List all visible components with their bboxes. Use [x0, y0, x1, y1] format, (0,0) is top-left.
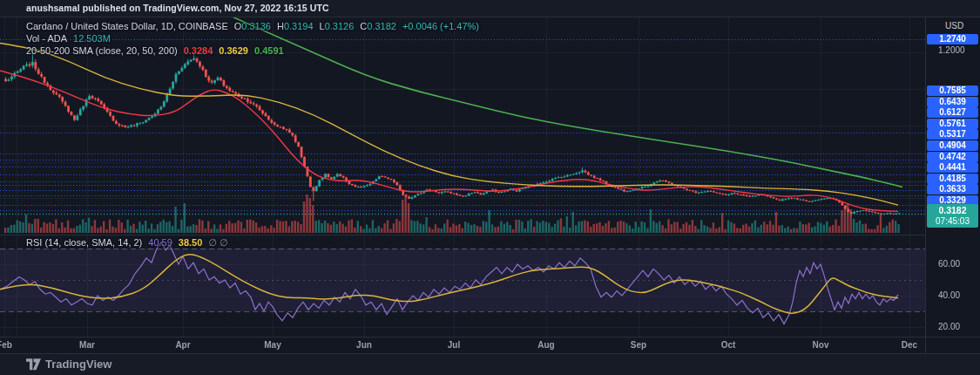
rsi-value: 40.59	[148, 237, 172, 248]
time-axis-border	[0, 337, 980, 338]
current-price-value: 0.3182	[927, 204, 978, 216]
price-level-badge: 0.5317	[927, 129, 978, 140]
sma-value: 0.4591	[254, 45, 284, 56]
time-axis-month-nov: Nov	[813, 340, 829, 350]
rsi-label: RSI (14, close, SMA, 14, 2)	[26, 237, 142, 248]
volume-label: Vol - ADA	[26, 33, 67, 44]
price-axis-border	[925, 17, 926, 354]
time-axis-month-oct: Oct	[721, 340, 736, 350]
price-level-badge: 0.6127	[927, 107, 978, 118]
time-axis-month-apr: Apr	[175, 340, 190, 350]
volume-legend-row[interactable]: Vol - ADA12.503M	[26, 33, 111, 44]
rsi-axis-label: 20.00	[938, 322, 960, 331]
sma-legend-row[interactable]: 20-50-200 SMA (close, 20, 50, 200)0.3284…	[26, 45, 284, 56]
bar-countdown: 07:45:03	[927, 216, 978, 226]
price-level-badge: 0.6439	[927, 97, 978, 107]
publish-bar-text: anushsamal published on TradingView.com,…	[26, 3, 329, 13]
price-axis-currency[interactable]: USD	[945, 21, 963, 31]
tradingview-logo-icon[interactable]	[26, 358, 41, 371]
tradingview-logo-text[interactable]: TradingView	[45, 358, 112, 371]
chart-top-border	[0, 17, 980, 17]
tradingview-share-screenshot: anushsamal published on TradingView.com,…	[0, 0, 980, 375]
time-axis-month-sep: Sep	[631, 340, 646, 350]
price-axis-label: 1.2000	[938, 45, 965, 55]
time-axis-month-may: May	[264, 340, 280, 350]
rsi-axis-label: 40.00	[938, 290, 960, 300]
time-axis-month-mar: Mar	[79, 340, 95, 350]
ohlc-value: 0.3126	[325, 21, 355, 31]
price-level-badge: 0.4904	[927, 140, 978, 151]
publish-bar: anushsamal published on TradingView.com,…	[0, 0, 980, 17]
pane-divider[interactable]	[0, 235, 925, 235]
ohlc-value: 0.3194	[284, 21, 314, 31]
ohlc-letter: O	[234, 21, 242, 31]
rsi-sma-value: 38.50	[179, 237, 203, 248]
time-axis-month-jul: Jul	[448, 340, 460, 350]
price-level-badge: 1.2740	[927, 34, 978, 44]
symbol-legend-row[interactable]: Cardano / United States Dollar, 1D, COIN…	[26, 21, 479, 31]
branding-bar: TradingView	[0, 354, 980, 375]
volume-value: 12.503M	[73, 33, 111, 44]
rsi-legend-row[interactable]: RSI (14, close, SMA, 14, 2)40.5938.50∅ ∅	[26, 237, 228, 249]
price-chart-canvas[interactable]	[0, 0, 925, 375]
price-level-badge: 0.3633	[927, 184, 978, 194]
ohlc-values: O0.3136H0.3194L0.3126C0.3182	[234, 21, 396, 31]
current-price-badge: 0.3182 07:45:03	[927, 204, 978, 228]
sma-values: 0.32840.36290.4591	[184, 45, 284, 56]
price-level-badge: 0.7585	[927, 85, 978, 96]
ohlc-letter: H	[277, 21, 284, 31]
price-level-badge: 0.4742	[927, 152, 978, 162]
rsi-empty-values: ∅ ∅	[208, 237, 227, 248]
change-value: +0.0046 (+1.47%)	[402, 21, 479, 31]
symbol-title: Cardano / United States Dollar, 1D, COIN…	[26, 21, 228, 31]
time-axis-month-feb: Feb	[0, 340, 12, 350]
sma-value: 0.3284	[184, 45, 213, 56]
sma-value: 0.3629	[219, 45, 248, 56]
time-axis-month-dec: Dec	[902, 340, 917, 350]
price-level-badge: 0.5761	[927, 119, 978, 129]
price-level-badge: 0.4441	[927, 162, 978, 173]
ohlc-value: 0.3182	[367, 21, 396, 31]
price-level-badge: 0.4185	[927, 174, 978, 184]
rsi-axis-label: 60.00	[938, 259, 960, 269]
time-axis-month-jun: Jun	[356, 340, 372, 350]
ohlc-value: 0.3136	[241, 21, 271, 31]
time-axis-month-aug: Aug	[537, 340, 554, 350]
sma-label: 20-50-200 SMA (close, 20, 50, 200)	[26, 45, 178, 56]
